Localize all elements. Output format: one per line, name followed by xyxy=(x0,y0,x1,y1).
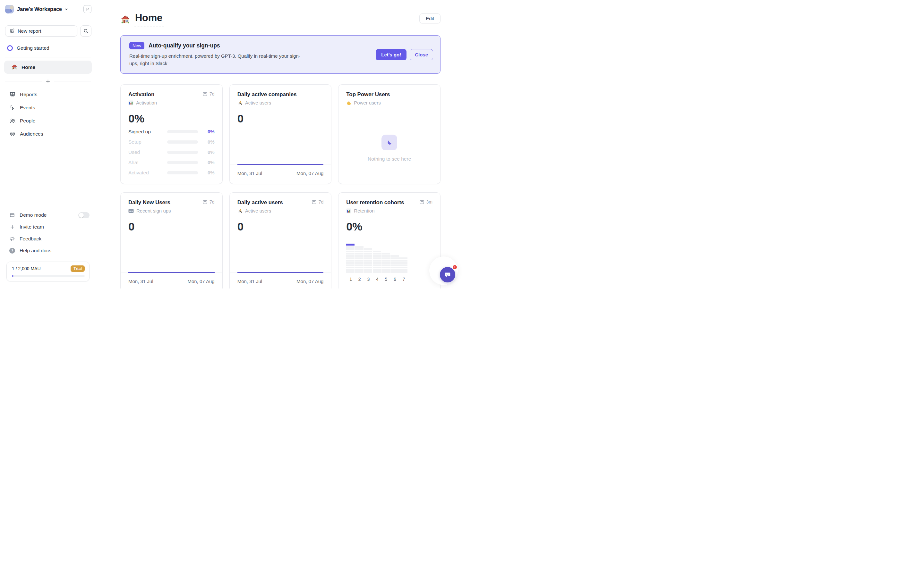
cohort-cell xyxy=(381,258,390,259)
mau-usage-card[interactable]: 1 / 2,000 MAU Trial xyxy=(6,261,89,282)
cohort-cell xyxy=(355,267,363,269)
date-range-badge: 7d xyxy=(202,91,215,97)
new-report-button[interactable]: New report xyxy=(5,25,78,37)
workspace-header[interactable]: Jane's Workspace xyxy=(5,5,91,13)
cohort-cell xyxy=(381,259,390,261)
cohort-cell xyxy=(391,264,399,266)
sidebar-item-people-label: People xyxy=(20,118,35,124)
calendar-icon xyxy=(312,199,317,205)
x-axis-end-date: Mon, 07 Aug xyxy=(296,171,323,176)
retention-x-axis: 1 2 3 4 5 6 7 xyxy=(346,277,408,282)
bar-chart-icon xyxy=(346,208,351,213)
cohort-cell xyxy=(399,271,407,273)
sidebar-item-help-docs[interactable]: ? Help and docs xyxy=(5,245,91,257)
cohort-cell xyxy=(364,264,372,266)
card-user-retention-cohorts[interactable]: User retention cohorts 3m Retention 0% xyxy=(338,192,441,288)
sidebar-item-demo-mode[interactable]: Demo mode xyxy=(5,210,91,221)
x-axis-start-date: Mon, 31 Jul xyxy=(237,171,262,176)
date-range-badge: 7d xyxy=(202,199,215,205)
chat-bubble-icon xyxy=(444,271,451,279)
axis-tick: 5 xyxy=(382,277,391,282)
trial-badge: Trial xyxy=(71,266,85,272)
getting-started-item[interactable]: Getting started xyxy=(7,45,91,51)
cohort-cell xyxy=(346,253,355,255)
collapse-icon xyxy=(86,7,89,11)
cohort-cell xyxy=(346,271,355,273)
card-daily-active-companies[interactable]: Daily active companies Active users 0 Mo… xyxy=(229,84,332,184)
sidebar-footer-nav: Demo mode Invite team Feedback ? Help an… xyxy=(5,210,91,257)
new-report-label: New report xyxy=(18,28,41,34)
dashboard-grid: Activation 7d Activation 0% Signed up xyxy=(120,84,441,288)
cohort-cell xyxy=(373,255,381,257)
cohort-cell xyxy=(373,271,381,273)
cohort-cell xyxy=(391,259,399,261)
funnel-bar xyxy=(167,140,198,143)
main-content: Home Edit New Auto-qualify your sign-ups… xyxy=(96,0,462,288)
card-activation[interactable]: Activation 7d Activation 0% Signed up xyxy=(120,84,223,184)
lets-go-button[interactable]: Let's go! xyxy=(376,49,407,60)
card-top-power-users[interactable]: Top Power Users Power users Nothing to s… xyxy=(338,84,441,184)
cohort-cell xyxy=(346,258,355,259)
cohort-cell xyxy=(346,262,355,264)
mau-progress-fill xyxy=(12,276,13,277)
x-axis-end-date: Mon, 07 Aug xyxy=(296,279,323,284)
metric-value: 0 xyxy=(128,220,215,233)
sidebar-item-events[interactable]: Events xyxy=(5,101,91,114)
edit-button[interactable]: Edit xyxy=(419,13,441,23)
card-daily-new-users[interactable]: Daily New Users 7d NEW Recent sign ups 0 xyxy=(120,192,223,288)
reports-icon xyxy=(9,91,16,98)
line-chart: Mon, 31 Jul Mon, 07 Aug xyxy=(128,272,215,288)
getting-started-label: Getting started xyxy=(17,45,49,51)
line-chart: Mon, 31 Jul Mon, 07 Aug xyxy=(237,164,324,184)
events-icon xyxy=(9,105,16,111)
cohort-cell xyxy=(373,251,381,253)
sidebar-item-feedback[interactable]: Feedback xyxy=(5,233,91,245)
axis-tick: 3 xyxy=(364,277,373,282)
workspace-name: Jane's Workspace xyxy=(17,6,62,12)
cohort-cell xyxy=(364,262,372,264)
close-banner-button[interactable]: Close xyxy=(410,49,433,60)
axis-tick: 7 xyxy=(399,277,409,282)
sidebar-item-home[interactable]: Home xyxy=(4,61,92,74)
funnel-bar xyxy=(167,171,198,174)
cohort-cell xyxy=(373,267,381,269)
add-report-button[interactable] xyxy=(45,79,50,84)
funnel-bar xyxy=(167,151,198,154)
demo-mode-toggle[interactable] xyxy=(78,212,89,218)
cohort-cell xyxy=(391,271,399,273)
metric-label: Active users xyxy=(245,100,271,105)
moon-icon xyxy=(386,139,393,146)
search-icon xyxy=(83,28,89,34)
cohort-cell xyxy=(346,246,355,248)
cohort-cell xyxy=(355,271,363,273)
sidebar-item-people[interactable]: People xyxy=(5,114,91,127)
card-title: Top Power Users xyxy=(346,91,390,98)
house-icon xyxy=(120,15,130,25)
sidebar-item-reports[interactable]: Reports xyxy=(5,88,91,101)
cohort-cell xyxy=(399,264,407,266)
cohort-cell xyxy=(346,264,355,266)
cohort-cell xyxy=(364,269,372,271)
feedback-label: Feedback xyxy=(19,236,41,242)
sidebar-item-audiences[interactable]: Audiences xyxy=(5,127,91,140)
metric-label: Active users xyxy=(245,208,271,213)
cohort-cell xyxy=(346,248,355,250)
page-title[interactable]: Home xyxy=(134,12,164,27)
card-daily-active-users[interactable]: Daily active users 7d Active users 0 xyxy=(229,192,332,288)
cohort-cell xyxy=(399,269,407,271)
cohort-cell xyxy=(399,258,407,259)
mau-usage-label: 1 / 2,000 MAU xyxy=(12,266,41,271)
sidebar-item-invite-team[interactable]: Invite team xyxy=(5,221,91,233)
metric-label: Recent sign ups xyxy=(136,208,171,213)
cohort-cell xyxy=(381,262,390,264)
metric-value: 0 xyxy=(237,220,324,233)
cohort-cell xyxy=(364,258,372,259)
search-button[interactable] xyxy=(80,25,91,37)
collapse-sidebar-button[interactable] xyxy=(83,5,91,13)
cohort-cell xyxy=(373,259,381,261)
workspace-avatar xyxy=(5,5,14,13)
cohort-cell xyxy=(346,267,355,269)
card-title: User retention cohorts xyxy=(346,199,404,206)
line-chart: Mon, 31 Jul Mon, 07 Aug xyxy=(237,272,324,288)
funnel-bar xyxy=(167,130,198,133)
